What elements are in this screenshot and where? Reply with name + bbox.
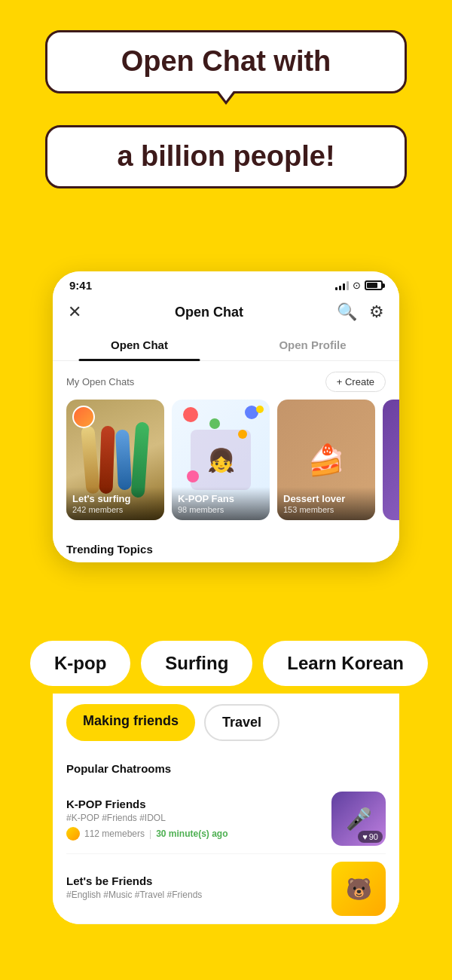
- kpop-friends-meta: 112 memebers | 30 minute(s) ago: [66, 827, 322, 841]
- kpop-name: K-POP Fans: [178, 493, 264, 505]
- kpop-overlay: K-POP Fans 98 members: [172, 487, 270, 520]
- hero-line-1: Open Chat with: [70, 46, 382, 78]
- trending-section: Trending Topics: [53, 532, 399, 562]
- kpop-friends-name: K-POP Friends: [66, 798, 322, 810]
- my-open-chats-header: My Open Chats + Create: [53, 361, 399, 400]
- kpop-figures: 👧: [191, 430, 251, 490]
- hero-bubble-1: Open Chat with: [45, 30, 407, 93]
- chat-card-extra[interactable]: [383, 400, 399, 520]
- kpop-emoji: 👧: [207, 447, 235, 473]
- hero-line-2: a billion people!: [70, 141, 382, 173]
- chat-room-lets-friends[interactable]: Let's be Friends #English #Music #Travel…: [66, 854, 386, 924]
- inner-pills-row: Making friends Travel: [53, 694, 399, 752]
- dessert-emoji: 🍰: [307, 443, 345, 478]
- surfboard-3: [115, 430, 132, 491]
- surfboard-4: [131, 421, 150, 498]
- surfboard-2: [99, 426, 115, 495]
- pill-making-friends[interactable]: Making friends: [66, 704, 195, 741]
- hero-bubble-2: a billion people!: [45, 125, 407, 188]
- dot-4: [238, 430, 247, 439]
- dot-5: [187, 470, 199, 482]
- surf-members: 242 members: [72, 505, 158, 514]
- search-icon[interactable]: 🔍: [337, 302, 357, 322]
- friends-thumb-emoji: 🐻: [346, 877, 372, 902]
- tab-open-profile[interactable]: Open Profile: [226, 329, 399, 360]
- popular-chatrooms-section: Popular Chatrooms K-POP Friends #K-POP #…: [53, 752, 399, 924]
- wifi-icon: ⊙: [353, 280, 361, 291]
- create-button[interactable]: + Create: [325, 372, 386, 392]
- settings-icon[interactable]: ⚙: [369, 302, 384, 322]
- dessert-members: 153 members: [283, 505, 369, 514]
- hero-section: Open Chat with a billion people!: [0, 0, 452, 211]
- friends-thumb-bg: 🐻: [331, 862, 386, 916]
- kpop-likes-badge: ♥ 90: [358, 831, 383, 843]
- surf-avatar: [72, 406, 95, 428]
- nav-bar: ✕ Open Chat 🔍 ⚙: [53, 296, 399, 329]
- kpop-friends-avatar: [66, 827, 80, 841]
- status-icons: ⊙: [335, 280, 383, 291]
- surf-name: Let's surfing: [72, 493, 158, 505]
- kpop-dot-indicator: [256, 406, 264, 413]
- popular-title: Popular Chatrooms: [66, 762, 386, 775]
- extra-bg: [383, 400, 399, 520]
- lets-friends-name: Let's be Friends: [66, 874, 322, 887]
- chat-card-dessert[interactable]: 🍰 Dessert lover 153 members: [277, 400, 375, 520]
- lets-friends-tags: #English #Music #Travel #Friends: [66, 890, 322, 900]
- outer-trending-pills: K-pop Surfing Learn Korean: [0, 641, 452, 686]
- surf-overlay: Let's surfing 242 members: [66, 487, 164, 520]
- pill-travel[interactable]: Travel: [204, 704, 279, 741]
- chat-card-kpop[interactable]: 👧 K-POP Fans 98 members: [172, 400, 270, 520]
- status-time: 9:41: [69, 279, 92, 292]
- dot-2: [209, 418, 220, 429]
- kpop-friends-members: 112 memebers: [84, 828, 145, 839]
- pill-learn-korean[interactable]: Learn Korean: [263, 641, 428, 686]
- dot-1: [183, 407, 198, 422]
- pill-kpop[interactable]: K-pop: [30, 641, 130, 686]
- kpop-friends-tags: #K-POP #Friends #IDOL: [66, 813, 322, 823]
- kpop-friends-thumb: 🎤 ♥ 90: [331, 792, 386, 846]
- nav-title: Open Chat: [175, 305, 243, 320]
- tabs: Open Chat Open Profile: [53, 329, 399, 361]
- tab-open-chat[interactable]: Open Chat: [53, 329, 226, 360]
- surfboard-1: [81, 425, 100, 494]
- chat-room-kpop-friends[interactable]: K-POP Friends #K-POP #Friends #IDOL 112 …: [66, 784, 386, 854]
- chat-card-surf[interactable]: Let's surfing 242 members: [66, 400, 164, 520]
- signal-icon: [335, 281, 349, 290]
- heart-icon: ♥: [362, 832, 368, 841]
- status-bar: 9:41 ⊙: [53, 271, 399, 296]
- lets-friends-thumb: 🐻: [331, 862, 386, 916]
- dessert-name: Dessert lover: [283, 493, 369, 505]
- pill-surfing[interactable]: Surfing: [141, 641, 252, 686]
- white-content-area: Making friends Travel Popular Chatrooms …: [53, 694, 399, 924]
- kpop-members: 98 members: [178, 505, 264, 514]
- nav-actions: 🔍 ⚙: [337, 302, 384, 322]
- kpop-friends-info: K-POP Friends #K-POP #Friends #IDOL 112 …: [66, 798, 322, 841]
- chat-cards-row: Let's surfing 242 members 👧 K-POP: [53, 400, 399, 532]
- close-icon[interactable]: ✕: [68, 302, 81, 322]
- my-open-chats-label: My Open Chats: [66, 376, 134, 387]
- phone-mockup: 9:41 ⊙ ✕ Open Chat 🔍 ⚙ Open Chat: [53, 271, 399, 562]
- kpop-friends-time: 30 minute(s) ago: [156, 828, 228, 839]
- kpop-thumb-emoji: 🎤: [346, 807, 372, 831]
- battery-icon: [365, 280, 383, 290]
- trending-title: Trending Topics: [66, 543, 153, 556]
- lets-friends-info: Let's be Friends #English #Music #Travel…: [66, 874, 322, 904]
- dessert-overlay: Dessert lover 153 members: [277, 487, 375, 520]
